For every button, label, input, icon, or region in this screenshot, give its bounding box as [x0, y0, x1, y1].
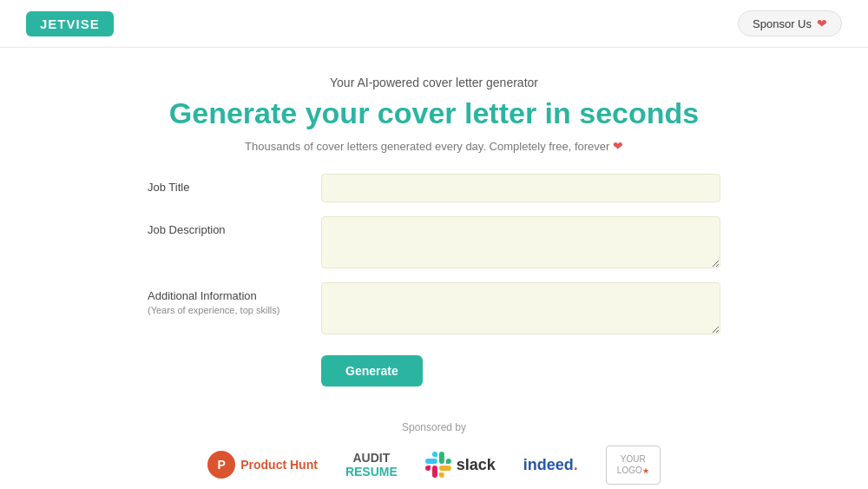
additional-info-label: Additional Information: [148, 289, 321, 302]
sponsor-product-hunt[interactable]: P Product Hunt: [207, 451, 318, 479]
heart-icon: ❤: [817, 17, 827, 30]
job-title-input[interactable]: [321, 174, 720, 202]
additional-info-sub: (Years of experience, top skills): [148, 305, 321, 315]
sponsor-audit-resume[interactable]: AUDIT RESUME: [345, 451, 398, 479]
logo-star: ★: [642, 466, 649, 475]
ph-label: Product Hunt: [240, 458, 318, 472]
your-logo-text: YOUR: [617, 453, 649, 465]
generate-button[interactable]: Generate: [321, 355, 423, 387]
slack-icon: [425, 452, 451, 478]
header: JETVISE Sponsor Us ❤: [0, 0, 868, 47]
hero-tagline: Thousands of cover letters generated eve…: [17, 139, 851, 153]
job-description-input[interactable]: [321, 216, 720, 268]
job-description-label: Job Description: [148, 216, 321, 236]
job-title-row: Job Title: [148, 174, 720, 202]
job-title-label: Job Title: [148, 174, 321, 194]
hero-section: Your AI-powered cover letter generator G…: [0, 48, 868, 174]
indeed-label: indeed.: [523, 456, 578, 474]
indeed-dot: .: [574, 456, 578, 473]
hero-subtitle: Your AI-powered cover letter generator: [17, 76, 851, 89]
sponsor-slack[interactable]: slack: [425, 452, 496, 478]
hero-title: Generate your cover letter in seconds: [17, 96, 851, 130]
sponsor-indeed[interactable]: indeed.: [523, 456, 578, 474]
generate-button-wrapper: Generate: [148, 348, 720, 387]
additional-info-row: Additional Information (Years of experie…: [148, 282, 720, 334]
sponsor-your-logo[interactable]: YOUR LOGO★: [606, 446, 661, 485]
slack-label: slack: [457, 456, 496, 474]
sponsor-button-label: Sponsor Us: [753, 17, 812, 30]
tagline-heart-icon: ❤: [613, 139, 623, 153]
additional-info-input[interactable]: [321, 282, 720, 334]
sponsored-label: Sponsored by: [17, 421, 851, 433]
additional-info-label-block: Additional Information (Years of experie…: [148, 282, 321, 315]
audit-resume-label: AUDIT RESUME: [345, 451, 398, 479]
sponsors-row: P Product Hunt AUDIT RESUME slack indeed…: [17, 446, 851, 485]
sponsor-button[interactable]: Sponsor Us ❤: [738, 10, 842, 36]
job-description-row: Job Description: [148, 216, 720, 268]
form-section: Job Title Job Description Additional Inf…: [130, 174, 738, 404]
sponsored-section: Sponsored by P Product Hunt AUDIT RESUME…: [0, 404, 868, 489]
ph-icon: P: [207, 451, 235, 479]
your-logo-text2: LOGO★: [617, 465, 649, 477]
logo: JETVISE: [26, 11, 114, 36]
